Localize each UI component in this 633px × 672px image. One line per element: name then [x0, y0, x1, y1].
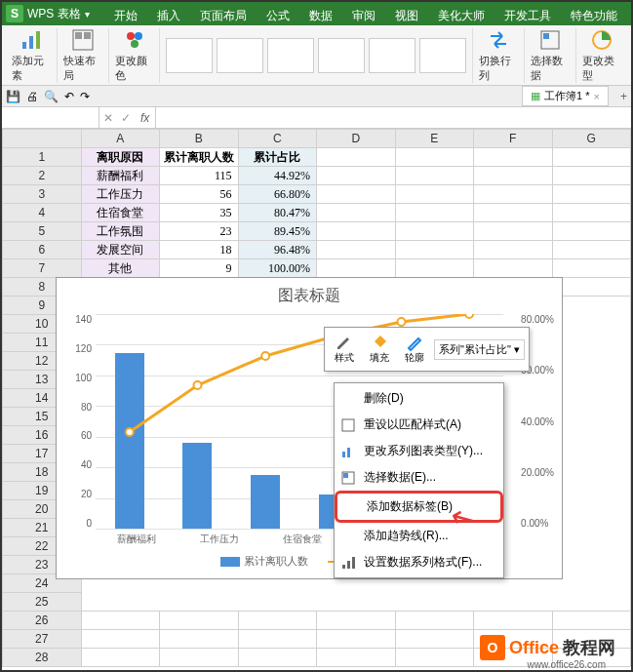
cell[interactable]	[552, 222, 631, 241]
row-header[interactable]: 2	[3, 167, 82, 185]
cell[interactable]: 离职原因	[81, 148, 160, 167]
cell[interactable]	[395, 649, 474, 667]
title-dropdown-icon[interactable]: ▾	[85, 9, 90, 20]
cell[interactable]	[317, 630, 396, 649]
cell[interactable]	[395, 148, 474, 167]
qa-preview-icon[interactable]: 🔍	[44, 90, 59, 103]
cell[interactable]: 115	[160, 167, 239, 185]
cell[interactable]	[395, 204, 474, 222]
cell[interactable]	[317, 259, 396, 278]
cell[interactable]	[238, 649, 317, 667]
tab-formula[interactable]: 公式	[257, 6, 299, 26]
cell[interactable]: 44.92%	[238, 167, 317, 185]
col-header-g[interactable]: G	[552, 130, 631, 148]
cell[interactable]	[395, 167, 474, 185]
chart-preset-4[interactable]	[318, 38, 365, 73]
tab-dev[interactable]: 开发工具	[495, 6, 561, 26]
cell[interactable]	[552, 167, 631, 185]
col-header-e[interactable]: E	[395, 130, 474, 148]
cell[interactable]	[552, 278, 631, 296]
cell[interactable]	[474, 148, 553, 167]
cell[interactable]	[552, 259, 631, 278]
row-header[interactable]: 28	[3, 649, 82, 667]
chart-preset-1[interactable]	[166, 38, 213, 73]
cell[interactable]	[317, 649, 396, 667]
fx-confirm-icon[interactable]: ✓	[117, 111, 135, 125]
chart-preset-3[interactable]	[267, 38, 314, 73]
cell[interactable]	[81, 612, 160, 630]
row-header[interactable]: 26	[3, 612, 82, 630]
cell[interactable]	[160, 630, 239, 649]
cell[interactable]	[552, 612, 631, 630]
qa-redo-icon[interactable]: ↷	[80, 90, 90, 103]
tab-insert[interactable]: 插入	[147, 6, 190, 26]
tab-beautify[interactable]: 美化大师	[428, 6, 495, 26]
cell[interactable]	[395, 185, 474, 204]
cell[interactable]: 35	[160, 204, 239, 222]
cell[interactable]	[238, 612, 317, 630]
cell[interactable]: 18	[160, 241, 239, 259]
cell[interactable]: 发展空间	[81, 241, 160, 259]
cell[interactable]	[474, 241, 553, 259]
row-header[interactable]: 4	[3, 204, 82, 222]
doc-tab-close[interactable]: ×	[594, 91, 600, 102]
cell[interactable]: 100.00%	[238, 259, 317, 278]
cell[interactable]	[474, 222, 553, 241]
cell[interactable]	[552, 204, 631, 222]
menu-format-series[interactable]: 设置数据系列格式(F)...	[335, 549, 503, 575]
cell[interactable]: 96.48%	[238, 241, 317, 259]
cell[interactable]: 薪酬福利	[81, 167, 160, 185]
name-box[interactable]	[2, 107, 99, 128]
col-header-b[interactable]: B	[160, 130, 239, 148]
cell[interactable]	[395, 612, 474, 630]
cell[interactable]: 66.80%	[238, 185, 317, 204]
switch-rowcol-button[interactable]: 切换行列	[479, 28, 518, 83]
cell[interactable]	[395, 630, 474, 649]
row-header[interactable]: 6	[3, 241, 82, 259]
tab-data[interactable]: 数据	[299, 6, 342, 26]
outline-button[interactable]: 轮廓	[399, 332, 430, 367]
tab-view[interactable]: 视图	[385, 6, 428, 26]
cell[interactable]: 住宿食堂	[81, 204, 160, 222]
chart-title[interactable]: 图表标题	[57, 278, 562, 314]
change-color-button[interactable]: 更改颜色	[115, 28, 154, 83]
row-header[interactable]: 7	[3, 259, 82, 278]
menu-delete[interactable]: 删除(D)	[335, 385, 503, 412]
row-header[interactable]: 3	[3, 185, 82, 204]
cell[interactable]: 9	[160, 259, 239, 278]
tab-layout[interactable]: 页面布局	[190, 6, 257, 26]
cell[interactable]	[474, 612, 553, 630]
cell[interactable]: 累计离职人数	[160, 148, 239, 167]
cell[interactable]	[474, 204, 553, 222]
col-header-d[interactable]: D	[317, 130, 396, 148]
row-header[interactable]: 27	[3, 630, 82, 649]
row-header[interactable]: 5	[3, 222, 82, 241]
menu-change-chart-type[interactable]: 更改系列图表类型(Y)...	[335, 438, 503, 464]
cell[interactable]	[317, 222, 396, 241]
col-header-c[interactable]: C	[238, 130, 317, 148]
fx-label[interactable]: fx	[135, 107, 156, 128]
cell[interactable]: 56	[160, 185, 239, 204]
cell[interactable]: 工作压力	[81, 185, 160, 204]
row-header[interactable]: 1	[3, 148, 82, 167]
tab-home[interactable]: 开始	[104, 6, 147, 26]
fx-cancel-icon[interactable]: ✕	[99, 111, 117, 125]
tab-special[interactable]: 特色功能	[561, 6, 627, 26]
cell[interactable]	[552, 241, 631, 259]
cell[interactable]	[395, 241, 474, 259]
cell[interactable]	[474, 259, 553, 278]
cell[interactable]	[81, 630, 160, 649]
legend-item-bar[interactable]: 累计离职人数	[220, 554, 308, 569]
cell[interactable]	[317, 185, 396, 204]
cell[interactable]: 累计占比	[238, 148, 317, 167]
cell[interactable]	[552, 185, 631, 204]
chart-preset-5[interactable]	[369, 38, 415, 73]
cell[interactable]	[395, 259, 474, 278]
series-selector[interactable]: 系列"累计占比" ▾	[434, 339, 525, 360]
fill-button[interactable]: 填充	[364, 332, 395, 367]
style-button[interactable]: 样式	[329, 332, 360, 367]
cell[interactable]	[160, 612, 239, 630]
cell[interactable]	[474, 167, 553, 185]
chart-preset-2[interactable]	[217, 38, 263, 73]
cell[interactable]: 89.45%	[238, 222, 317, 241]
